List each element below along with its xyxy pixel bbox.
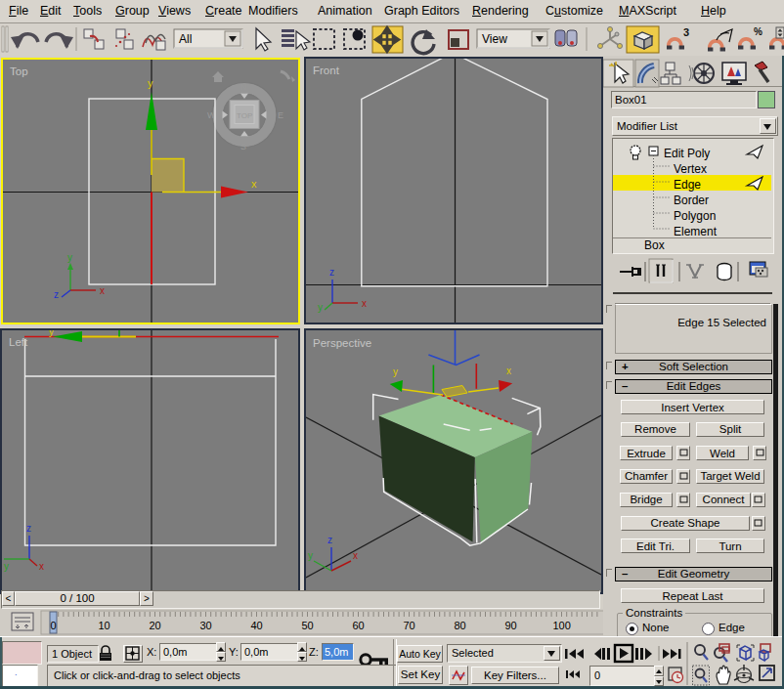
svg-text:y: y xyxy=(4,561,9,572)
svg-text:y: y xyxy=(148,77,153,89)
svg-text:x: x xyxy=(506,366,511,376)
svg-text:Border: Border xyxy=(674,194,709,207)
svg-text:y: y xyxy=(67,252,72,263)
svg-text:Edge: Edge xyxy=(674,178,701,192)
svg-text:x: x xyxy=(362,298,367,309)
svg-text:Vertex: Vertex xyxy=(674,162,707,176)
svg-text:90: 90 xyxy=(504,620,516,631)
svg-text:Polygon: Polygon xyxy=(674,209,716,223)
svg-text:All: All xyxy=(179,32,192,46)
svg-text:z: z xyxy=(26,523,31,534)
svg-text:z: z xyxy=(54,289,59,300)
svg-text:Box: Box xyxy=(644,238,665,251)
svg-text:60: 60 xyxy=(352,620,364,631)
svg-text:20: 20 xyxy=(149,620,160,631)
svg-text:Perspective: Perspective xyxy=(313,337,371,349)
svg-text:70: 70 xyxy=(403,620,414,631)
svg-text:TOP: TOP xyxy=(237,111,252,120)
svg-text:40: 40 xyxy=(250,620,262,631)
svg-text:E: E xyxy=(278,110,283,120)
svg-text:50: 50 xyxy=(301,620,313,631)
svg-text:%: % xyxy=(754,26,762,37)
svg-text:Element: Element xyxy=(674,225,718,238)
svg-text:30: 30 xyxy=(199,620,211,631)
svg-text:100: 100 xyxy=(552,620,570,631)
svg-text:y: y xyxy=(49,330,54,337)
svg-text:y: y xyxy=(308,550,313,561)
svg-text:x: x xyxy=(353,550,358,561)
svg-text:Front: Front xyxy=(313,65,340,76)
svg-text:y: y xyxy=(318,302,323,313)
svg-text:S: S xyxy=(240,142,246,151)
svg-text:z: z xyxy=(329,267,334,278)
svg-text:3: 3 xyxy=(683,26,689,38)
svg-text:View: View xyxy=(482,32,507,46)
svg-text:Top: Top xyxy=(10,65,28,77)
svg-text:z: z xyxy=(327,535,332,545)
svg-text:N: N xyxy=(240,82,247,92)
svg-text:Left: Left xyxy=(9,336,28,348)
svg-text:Edit Poly: Edit Poly xyxy=(664,147,710,160)
svg-text:0: 0 xyxy=(51,620,57,631)
svg-text:10: 10 xyxy=(98,620,109,631)
svg-text:x: x xyxy=(39,561,44,572)
svg-text:x: x xyxy=(100,285,105,296)
svg-text:x: x xyxy=(251,178,257,190)
svg-text:y: y xyxy=(393,366,398,377)
svg-text:80: 80 xyxy=(454,620,465,631)
